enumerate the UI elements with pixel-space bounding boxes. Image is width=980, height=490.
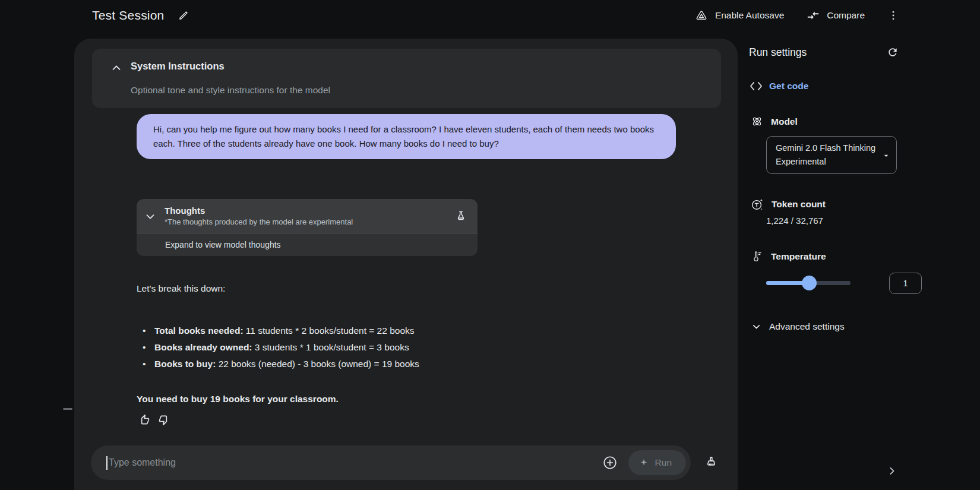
response-bullet-list: Total books needed: 11 students * 2 book… [137,323,636,372]
plus-circle-icon [602,455,618,470]
token-count-value: 1,224 / 32,767 [766,216,823,226]
reset-settings-button[interactable] [887,46,899,58]
advanced-settings-toggle[interactable]: Advanced settings [751,321,845,332]
thumbs-up-button[interactable] [138,414,150,426]
chat-panel: System Instructions Optional tone and st… [74,39,738,490]
thoughts-title: Thoughts [165,206,447,216]
add-attachment-button[interactable] [602,455,618,470]
run-settings-title: Run settings [749,46,807,59]
list-item: Books already owned: 3 students * 1 book… [137,339,636,356]
response-intro: Let's break this down: [137,283,225,294]
autosave-icon [695,9,708,22]
system-instructions-collapse-button[interactable] [110,62,123,75]
bullet-term: Books to buy: [154,359,216,369]
compare-label: Compare [827,10,865,21]
composer: Run [91,445,719,480]
thumb-up-icon [138,414,150,426]
bullet-detail: 11 students * 2 books/student = 22 books [244,325,415,336]
temperature-section-label: Temperature [751,250,826,263]
code-brackets-icon [749,80,763,92]
temperature-control: 1 [766,273,922,294]
slider-thumb[interactable] [802,276,817,290]
kebab-menu-icon [887,10,899,21]
model-selected-value: Gemini 2.0 Flash Thinking Experimental [776,141,878,169]
chevron-down-icon [751,321,762,332]
thoughts-expand-button[interactable] [144,210,157,223]
collapse-panel-button[interactable] [886,465,898,477]
enable-autosave-label: Enable Autosave [715,10,784,21]
thoughts-card: Thoughts *The thoughts produced by the m… [137,199,478,256]
top-bar: Test Session Enable Autosave Compare [0,0,980,31]
chevron-down-icon [144,210,157,223]
run-button[interactable]: Run [628,450,686,475]
token-count-icon [751,198,764,211]
model-section-label: Model [751,115,798,128]
compare-arrows-icon [807,9,820,22]
compare-button[interactable]: Compare [807,9,865,22]
token-count-label: Token count [772,199,826,210]
model-label: Model [771,116,798,127]
bullet-term: Total books needed: [154,325,244,336]
temperature-value-field[interactable]: 1 [889,273,922,294]
clear-chat-button[interactable] [704,456,719,470]
thoughts-header[interactable]: Thoughts *The thoughts produced by the m… [137,199,478,233]
top-bar-actions: Enable Autosave Compare [695,0,899,31]
get-code-button[interactable]: Get code [749,80,808,92]
bullet-detail: 22 books (needed) - 3 books (owned) = 19… [216,359,419,369]
feedback-buttons [138,414,170,426]
enable-autosave-button[interactable]: Enable Autosave [695,9,784,22]
more-options-button[interactable] [887,10,899,21]
token-count-section-label: Token count [751,198,826,211]
temperature-label: Temperature [771,251,826,262]
thermometer-icon [751,250,763,263]
refresh-icon [887,46,899,58]
system-instructions-card[interactable]: System Instructions Optional tone and st… [92,49,721,108]
thumb-down-icon [159,414,170,426]
temperature-slider[interactable] [766,281,851,285]
run-button-label: Run [655,457,672,468]
pencil-icon [178,10,189,21]
bullet-detail: 3 students * 1 book/student = 3 books [252,342,409,352]
dropdown-arrow-icon [881,151,891,160]
scroll-handle[interactable] [63,408,72,410]
list-item: Books to buy: 22 books (needed) - 3 book… [137,356,636,372]
advanced-settings-label: Advanced settings [769,321,845,332]
chevron-up-icon [110,62,123,75]
user-message-bubble[interactable]: Hi, can you help me figure out how many … [137,114,676,159]
sparkle-icon [639,458,649,467]
system-instructions-title: System Instructions [131,61,225,72]
run-settings-panel: Run settings Get code Model Gemini 2.0 F… [738,30,980,490]
thoughts-expand-row[interactable]: Expand to view model thoughts [137,233,478,256]
thoughts-title-group: Thoughts *The thoughts produced by the m… [165,206,447,226]
page-title: Test Session [92,8,164,23]
edit-title-button[interactable] [178,10,189,21]
model-select[interactable]: Gemini 2.0 Flash Thinking Experimental [766,136,897,174]
list-item: Total books needed: 11 students * 2 book… [137,323,636,339]
prompt-input-container[interactable]: Run [91,445,691,480]
broom-icon [704,456,719,470]
get-code-label: Get code [769,81,808,91]
model-icon [751,115,763,128]
thumbs-down-button[interactable] [159,414,170,426]
system-instructions-placeholder[interactable]: Optional tone and style instructions for… [131,85,330,96]
prompt-input[interactable] [108,457,602,468]
flask-icon [455,210,467,222]
bullet-term: Books already owned: [154,342,252,352]
session-title-group: Test Session [92,0,189,31]
chevron-right-icon [886,465,898,477]
app-root: Test Session Enable Autosave Compare [0,0,980,490]
response-conclusion: You need to buy 19 books for your classr… [137,394,339,404]
thoughts-disclaimer: *The thoughts produced by the model are … [165,217,447,226]
